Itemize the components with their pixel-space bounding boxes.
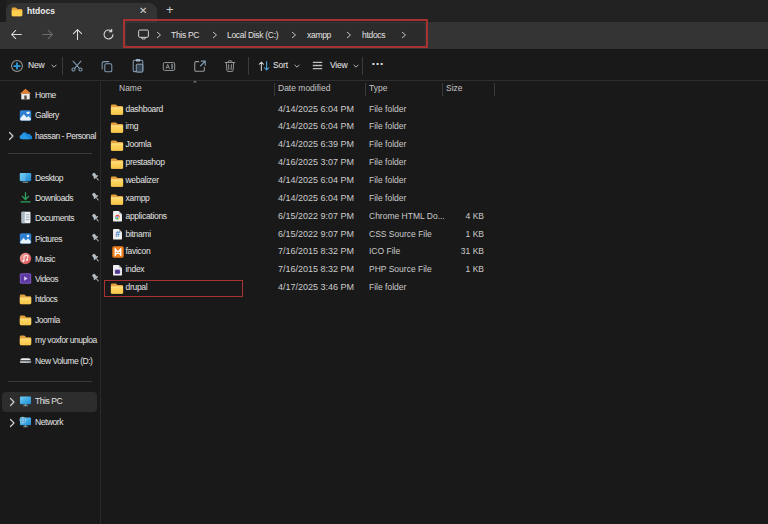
svg-text:#: # <box>115 230 120 240</box>
